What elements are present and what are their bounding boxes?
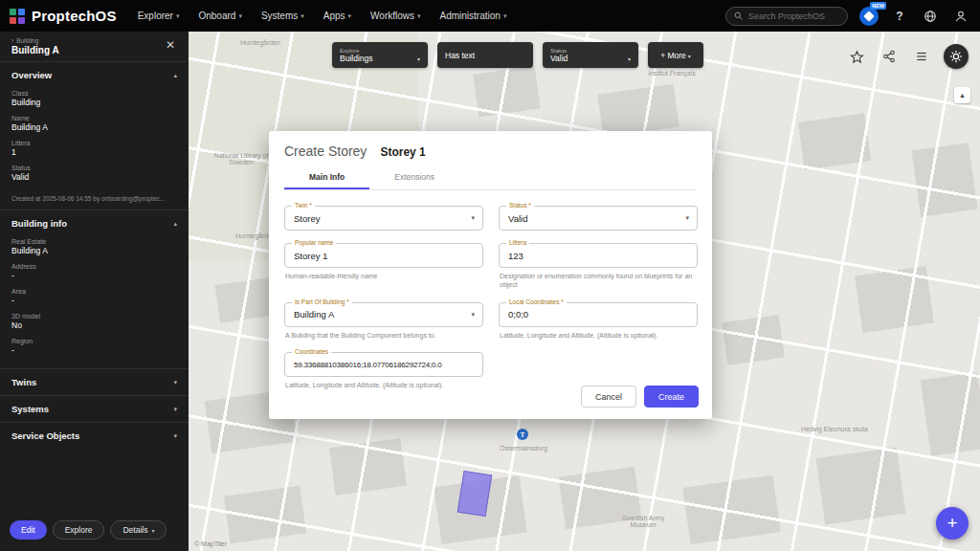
- add-fab-button[interactable]: +: [936, 507, 969, 540]
- field-area: Area -: [11, 288, 177, 305]
- map-building-block: [911, 143, 977, 217]
- cell-is-part-of-building: Is Part Of Building * Building A ▾ A Bui…: [284, 302, 483, 340]
- cell-status: Status * Valid ▾: [499, 206, 698, 231]
- create-storey-dialog: Create Storey Storey 1 Main Info Extensi…: [269, 131, 712, 419]
- building-info-fields: Real Estate Building A Address - Area - …: [0, 236, 189, 368]
- globe-icon: [924, 10, 937, 23]
- popular-name-input[interactable]: Popular name Storey 1: [284, 243, 483, 268]
- brand-logo-icon: [10, 9, 25, 24]
- filter-text-input[interactable]: Has text: [437, 42, 533, 68]
- share-icon: [882, 50, 896, 63]
- map-label: Hedvig Eleonora skola: [787, 426, 882, 432]
- main-menu: Explorer▾ Onboard▾ Systems▾ Apps▾ Workfl…: [138, 11, 507, 21]
- help-button[interactable]: ?: [890, 7, 909, 26]
- field-class: Class Building: [11, 90, 177, 107]
- map-building-block: [329, 438, 407, 496]
- section-overview[interactable]: Overview ▴: [0, 61, 189, 88]
- app-root: ProptechOS Explorer▾ Onboard▾ Systems▾ A…: [0, 0, 980, 551]
- list-icon: [915, 50, 928, 63]
- settings-button[interactable]: [944, 44, 969, 69]
- section-service-objects[interactable]: Service Objects ▾: [0, 422, 189, 449]
- map-building-block: [682, 475, 780, 545]
- topbar-right: NEW ?: [725, 7, 970, 26]
- create-button[interactable]: Create: [644, 386, 699, 408]
- chevron-down-icon: ▾: [685, 214, 689, 222]
- filter-explore[interactable]: Explore Buildings ▾: [332, 42, 428, 68]
- chevron-down-icon: ▾: [151, 527, 154, 534]
- map-label: National Library of Sweden: [208, 152, 275, 165]
- edit-button[interactable]: Edit: [10, 520, 47, 540]
- scroll-up-button[interactable]: ▲: [954, 87, 970, 103]
- menu-systems[interactable]: Systems▾: [261, 11, 304, 21]
- cell-coordinates: Coordinates 59.33688810386016;18.0770618…: [284, 352, 483, 389]
- chevron-down-icon: ▾: [176, 12, 180, 20]
- coordinates-helper: Latitude, Longitude and Altitude. (Altit…: [284, 381, 483, 389]
- twin-select[interactable]: Twin * Storey ▾: [284, 206, 483, 231]
- star-icon: [850, 50, 864, 64]
- popular-name-helper: Human-readable-friendly name: [284, 272, 483, 280]
- details-button[interactable]: Details ▾: [110, 520, 167, 540]
- chevron-down-icon: ▾: [238, 12, 242, 20]
- menu-administration[interactable]: Administration▾: [440, 11, 507, 21]
- is-part-of-building-helper: A Building that the Building Component b…: [284, 331, 483, 340]
- chevron-down-icon: ▾: [471, 214, 475, 222]
- map-label: Institut Français: [629, 70, 715, 77]
- collapse-icon[interactable]: ›: [11, 37, 13, 44]
- map-attribution: © MapTiler: [194, 540, 227, 547]
- favorite-button[interactable]: [846, 46, 867, 67]
- new-badge: NEW: [870, 2, 886, 10]
- field-real-estate: Real Estate Building A: [11, 238, 177, 255]
- menu-onboard[interactable]: Onboard▾: [198, 11, 241, 21]
- close-icon[interactable]: ✕: [162, 37, 179, 53]
- status-select[interactable]: Status * Valid ▾: [499, 206, 698, 231]
- sidebar-building-panel: › Building Building A ✕ Overview ▴ Class…: [0, 32, 189, 551]
- chevron-down-icon: ▾: [503, 12, 507, 20]
- chevron-down-icon: ▾: [301, 12, 304, 20]
- chevron-up-icon: ▴: [173, 72, 177, 79]
- menu-workflows[interactable]: Workflows▾: [370, 11, 420, 21]
- whats-new-button[interactable]: NEW: [859, 7, 879, 26]
- global-search[interactable]: [725, 7, 848, 26]
- list-view-button[interactable]: [911, 46, 932, 67]
- cancel-button[interactable]: Cancel: [581, 386, 636, 408]
- sidebar-footer: Edit Explore Details ▾: [0, 511, 189, 551]
- question-icon: ?: [896, 10, 902, 23]
- panel-title: Building A: [11, 45, 162, 55]
- local-coordinates-helper: Latitude, Longitude and Altitude. (Altit…: [499, 331, 698, 340]
- tab-main-info[interactable]: Main Info: [284, 166, 369, 189]
- is-part-of-building-select[interactable]: Is Part Of Building * Building A ▾: [284, 302, 483, 327]
- menu-explorer[interactable]: Explorer▾: [138, 11, 180, 21]
- search-input[interactable]: [748, 11, 839, 21]
- language-button[interactable]: [921, 7, 940, 26]
- chevron-down-icon: ▾: [173, 406, 177, 413]
- tab-extensions[interactable]: Extensions: [369, 166, 459, 189]
- more-filters-button[interactable]: + More ▾: [648, 42, 703, 68]
- map-building-block: [816, 447, 906, 524]
- cell-popular-name: Popular name Storey 1 Human-readable-fri…: [284, 243, 483, 290]
- account-button[interactable]: [951, 7, 970, 26]
- sparkle-icon: [863, 11, 874, 21]
- chevron-down-icon: ▾: [471, 311, 475, 319]
- filter-status[interactable]: Status Valid ▾: [543, 42, 638, 68]
- dialog-footer: Cancel Create: [581, 386, 699, 408]
- map-building-block: [798, 113, 871, 169]
- field-name: Name Building A: [11, 115, 177, 132]
- local-coordinates-input[interactable]: Local Coordinates * 0;0;0: [499, 302, 698, 327]
- section-twins[interactable]: Twins ▾: [0, 368, 189, 395]
- map-building-block: [855, 266, 934, 333]
- cell-empty: [499, 352, 698, 389]
- field-littera: Littera 1: [11, 140, 177, 157]
- share-button[interactable]: [879, 46, 900, 67]
- overview-fields: Class Building Name Building A Littera 1…: [0, 88, 189, 195]
- dialog-tabs: Main Info Extensions: [284, 166, 697, 190]
- section-systems[interactable]: Systems ▾: [0, 395, 189, 422]
- section-building-info[interactable]: Building info ▴: [0, 209, 189, 236]
- map-toolbar: [846, 44, 969, 69]
- dialog-title-row: Create Storey Storey 1: [284, 143, 697, 159]
- menu-apps[interactable]: Apps▾: [323, 11, 351, 21]
- explore-button[interactable]: Explore: [53, 520, 105, 540]
- littera-input[interactable]: Littera 123: [499, 243, 698, 268]
- brand[interactable]: ProptechOS: [10, 8, 117, 24]
- coordinates-input[interactable]: Coordinates 59.33688810386016;18.0770618…: [284, 352, 483, 377]
- chevron-down-icon: ▾: [173, 432, 177, 440]
